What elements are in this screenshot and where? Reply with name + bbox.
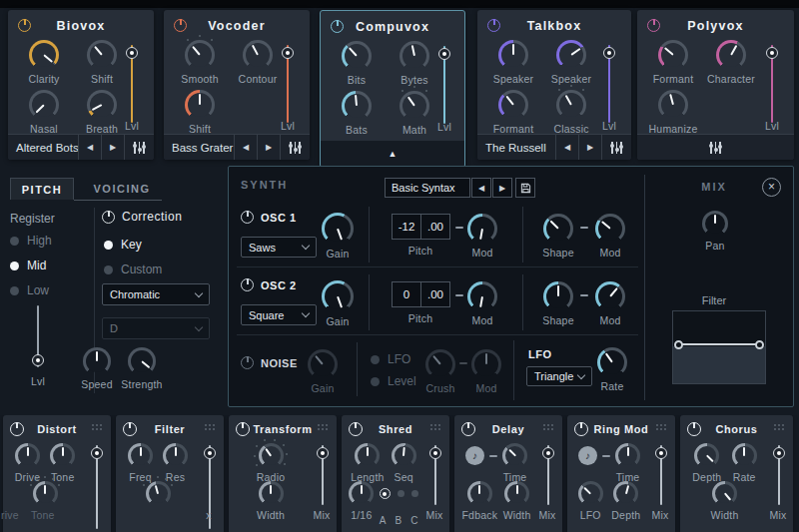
next-arrow-icon[interactable]: ▶ <box>101 135 124 160</box>
slider-handle[interactable] <box>282 47 294 59</box>
slider-handle[interactable] <box>317 447 329 459</box>
knob-gain[interactable]: Gain <box>309 280 367 327</box>
slider-handle[interactable] <box>429 447 441 459</box>
knob-bytes[interactable]: Bytes <box>386 41 443 86</box>
knob-res[interactable]: Res <box>163 443 188 483</box>
knob-humanize[interactable]: Humanize <box>644 90 702 135</box>
slider-handle[interactable] <box>438 48 450 60</box>
knob-nasal[interactable]: Nasal <box>15 90 73 135</box>
slider-handle[interactable] <box>91 447 103 459</box>
knob-rate[interactable]: Rate <box>732 443 757 483</box>
knob-shift[interactable]: Shift <box>171 90 229 135</box>
module-level-slider[interactable] <box>601 45 617 123</box>
knob-bits[interactable]: Bits <box>328 41 386 86</box>
knob-mod[interactable]: Mod <box>453 281 511 326</box>
noise-power-icon[interactable] <box>241 356 254 369</box>
tab-voicing[interactable]: VOICING <box>84 178 160 200</box>
note-sync-icon[interactable]: ♪ <box>465 446 484 465</box>
save-icon[interactable] <box>515 178 535 198</box>
knob-width[interactable]: Width <box>711 481 739 521</box>
slider-handle[interactable] <box>32 354 44 366</box>
knob-depth[interactable]: Depth <box>692 443 721 483</box>
slider-handle[interactable] <box>603 47 615 59</box>
drag-handle-icon[interactable] <box>430 424 442 432</box>
knob-fdback[interactable]: Fdback <box>462 481 498 521</box>
scale-select[interactable]: Chromatic <box>102 283 210 305</box>
drag-handle-icon[interactable] <box>205 424 217 432</box>
module-level-slider[interactable] <box>124 45 140 123</box>
knob-pan[interactable]: Pan <box>686 211 744 252</box>
knob-mod[interactable]: Mod <box>581 214 639 259</box>
prev-arrow-icon[interactable]: ◀ <box>234 135 257 160</box>
knob-classic[interactable]: Classic <box>542 90 600 135</box>
register-level-slider[interactable] <box>30 305 46 367</box>
next-arrow-icon[interactable]: ▶ <box>257 135 280 160</box>
prev-arrow-icon[interactable]: ◀ <box>471 178 491 198</box>
pitch-semitones[interactable]: -12 <box>393 215 420 239</box>
close-icon[interactable]: × <box>762 178 781 197</box>
drag-handle-icon[interactable] <box>92 424 104 432</box>
mix-slider[interactable] <box>427 445 443 505</box>
knob-shape[interactable]: Shape <box>529 214 587 259</box>
knob-shift[interactable]: Shift <box>73 40 131 85</box>
osc1-power-icon[interactable] <box>241 211 254 224</box>
knob-gain[interactable]: Gain <box>294 349 352 394</box>
note-sync-icon[interactable]: ♪ <box>578 446 597 465</box>
osc2-wave-select[interactable]: Square <box>241 304 317 325</box>
knob-radio[interactable]: Radio <box>257 443 285 483</box>
radio-noise-lfo[interactable]: LFO <box>371 352 410 366</box>
mix-slider[interactable] <box>771 445 787 505</box>
filter-node-right[interactable] <box>755 340 764 349</box>
knob-smooth[interactable]: Smooth <box>171 40 229 85</box>
mix-slider[interactable] <box>315 445 331 505</box>
radio-register-low[interactable]: Low <box>10 283 49 297</box>
drag-handle-icon[interactable] <box>656 424 668 432</box>
knob-shape[interactable]: Shape <box>529 281 587 326</box>
knob-rate[interactable]: Rate <box>583 347 641 392</box>
knob-mod[interactable]: Mod <box>453 214 511 259</box>
prev-arrow-icon[interactable]: ◀ <box>555 135 578 160</box>
radio-register-high[interactable]: High <box>10 234 52 248</box>
knob-tone[interactable]: Tone <box>50 443 75 483</box>
knob-lfo[interactable]: LFO <box>578 481 603 521</box>
drag-handle-icon[interactable] <box>318 424 330 432</box>
knob-freq[interactable]: Freq <box>128 443 153 483</box>
preset-name[interactable]: Bass Grater <box>164 142 234 154</box>
mix-slider[interactable] <box>540 445 556 505</box>
knob-mod[interactable]: Mod <box>457 349 515 394</box>
knob-width[interactable]: Width <box>503 481 531 521</box>
osc1-wave-select[interactable]: Saws <box>241 237 317 258</box>
knob-1-16[interactable]: 1/16 <box>349 481 374 521</box>
slider-handle[interactable] <box>766 47 778 59</box>
key-select[interactable]: D <box>102 317 210 339</box>
radio-c[interactable] <box>411 490 418 497</box>
mix-slider[interactable] <box>89 445 105 529</box>
pitch-cents[interactable]: .00 <box>420 282 449 306</box>
module-settings-button[interactable] <box>710 142 721 154</box>
tab-pitch[interactable]: PITCH <box>10 178 74 200</box>
module-card-polyvox[interactable]: PolyvoxFormantCharacterHumanizeLvl <box>637 10 794 160</box>
knob-time[interactable]: Time <box>502 443 527 483</box>
radio-a-selected[interactable] <box>380 488 391 499</box>
slider-handle[interactable] <box>126 47 138 59</box>
osc2-power-icon[interactable] <box>241 278 254 291</box>
knob-drive[interactable]: Drive <box>15 443 41 483</box>
prev-arrow-icon[interactable]: ◀ <box>78 135 101 160</box>
module-settings-button[interactable] <box>601 135 631 160</box>
pitch-semitones[interactable]: 0 <box>393 282 420 306</box>
module-card-vocoder[interactable]: VocoderSmoothContourShiftLvlBass Grater◀… <box>164 10 310 160</box>
knob-time[interactable]: Time <box>615 443 640 483</box>
module-card-compuvox[interactable]: CompuvoxBitsBytesBatsMathLvl▲ <box>320 10 465 168</box>
module-settings-button[interactable] <box>124 135 154 160</box>
pitch-value[interactable]: 0.00 <box>392 281 450 307</box>
knob-width[interactable]: Width <box>257 481 285 521</box>
knob-strength[interactable]: Strength <box>113 347 171 390</box>
slider-handle[interactable] <box>204 447 216 459</box>
radio-register-mid[interactable]: Mid <box>10 259 46 272</box>
module-card-biovox[interactable]: BiovoxClarityShiftNasalBreathLvlAltered … <box>8 10 154 160</box>
filter-node-left[interactable] <box>674 340 683 349</box>
knob-bats[interactable]: Bats <box>328 91 386 136</box>
module-card-talkbox[interactable]: TalkboxSpeakerSpeakerFormantClassicLvlTh… <box>477 10 631 160</box>
knob-depth[interactable]: Depth <box>611 481 640 521</box>
knob-length[interactable]: Length <box>351 443 384 483</box>
